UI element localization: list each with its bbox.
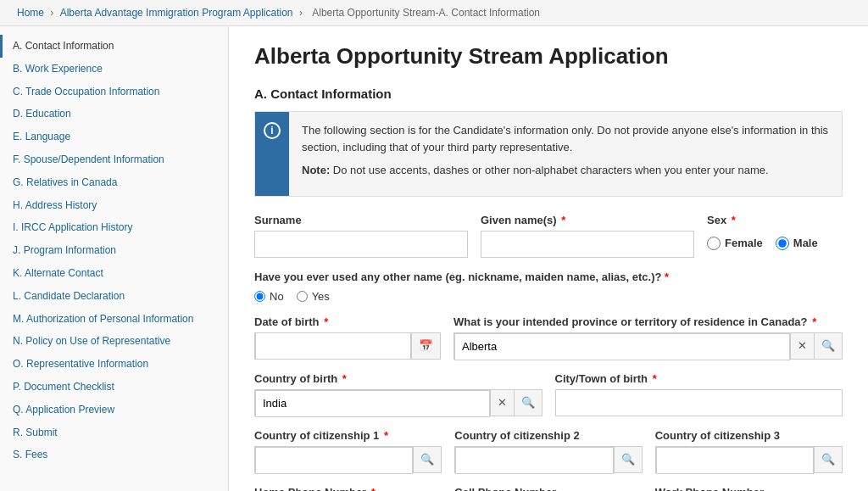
sidebar-item-s[interactable]: S. Fees xyxy=(0,444,228,466)
sex-options: Female Male xyxy=(707,235,843,254)
other-name-no-label: No xyxy=(270,290,284,303)
info-note-label: Note: xyxy=(302,164,330,176)
sidebar-item-c[interactable]: C. Trade Occupation Information xyxy=(0,81,228,103)
city-birth-label: City/Town of birth * xyxy=(555,372,843,385)
sex-female-radio[interactable] xyxy=(707,237,721,250)
sidebar-item-k[interactable]: K. Alternate Contact xyxy=(0,262,228,285)
main-content: Alberta Opportunity Stream Application A… xyxy=(229,26,868,491)
citizenship-row: Country of citizenship 1 * 🔍 Country of … xyxy=(254,429,843,473)
citizenship3-input[interactable] xyxy=(656,447,814,474)
citizenship1-input-wrapper: 🔍 xyxy=(254,446,442,473)
citizenship1-search-button[interactable]: 🔍 xyxy=(413,447,441,472)
work-phone-label: Work Phone Number xyxy=(655,486,843,492)
sidebar-item-r[interactable]: R. Submit xyxy=(0,421,228,444)
sidebar-item-l[interactable]: L. Candidate Declaration xyxy=(0,285,228,308)
given-names-input[interactable] xyxy=(481,231,694,258)
sex-male-option[interactable]: Male xyxy=(776,237,818,250)
name-sex-row: Surname Given name(s) * Sex * Female xyxy=(254,214,843,258)
sex-male-radio[interactable] xyxy=(776,237,789,250)
info-box: i The following section is for the Candi… xyxy=(254,111,843,197)
other-name-yes-radio[interactable] xyxy=(297,291,308,302)
phone-row: Home Phone Number * Cell Phone Number Wo… xyxy=(254,486,843,492)
province-label: What is your intended province or territ… xyxy=(453,315,843,328)
sidebar-item-e[interactable]: E. Language xyxy=(0,126,228,148)
country-birth-search-button[interactable]: 🔍 xyxy=(514,390,542,416)
dob-group: Date of birth * 📅 xyxy=(254,315,441,360)
sidebar-item-g[interactable]: G. Relatives in Canada xyxy=(0,171,228,194)
cell-phone-label: Cell Phone Number xyxy=(454,486,642,492)
other-name-question: Have you ever used any other name (eg. n… xyxy=(254,271,843,283)
surname-input[interactable] xyxy=(254,231,468,258)
cell-phone-group: Cell Phone Number xyxy=(454,486,642,492)
sex-group: Sex * Female Male xyxy=(707,214,843,254)
info-note: Note: Do not use accents, dashes or othe… xyxy=(302,162,829,179)
given-names-group: Given name(s) * xyxy=(481,214,694,258)
citizenship3-label: Country of citizenship 3 xyxy=(655,429,843,442)
given-names-label: Given name(s) * xyxy=(481,214,694,226)
province-input-wrapper: ✕ 🔍 xyxy=(453,332,843,360)
citizenship3-group: Country of citizenship 3 🔍 xyxy=(655,429,843,473)
sidebar-item-q[interactable]: Q. Application Preview xyxy=(0,399,228,421)
sidebar-item-m[interactable]: M. Authorization of Personal Information xyxy=(0,308,228,331)
province-search-button[interactable]: 🔍 xyxy=(814,333,842,359)
section-title: A. Contact Information xyxy=(254,86,843,101)
breadcrumb-level3: Alberta Opportunity Stream-A. Contact In… xyxy=(312,7,540,19)
dob-province-row: Date of birth * 📅 What is your intended … xyxy=(254,315,843,360)
other-name-yes-option[interactable]: Yes xyxy=(297,290,330,303)
province-clear-button[interactable]: ✕ xyxy=(790,333,814,359)
home-phone-group: Home Phone Number * xyxy=(254,486,442,492)
dob-calendar-button[interactable]: 📅 xyxy=(411,333,440,359)
dob-input-wrapper: 📅 xyxy=(254,332,441,360)
sidebar-item-h[interactable]: H. Address History xyxy=(0,194,228,217)
country-birth-clear-button[interactable]: ✕ xyxy=(490,390,514,416)
breadcrumb-home[interactable]: Home xyxy=(17,7,44,19)
sidebar-item-d[interactable]: D. Education xyxy=(0,103,228,126)
citizenship3-search-button[interactable]: 🔍 xyxy=(814,447,842,472)
sidebar-item-o[interactable]: O. Representative Information xyxy=(0,353,228,376)
sidebar-item-f[interactable]: F. Spouse/Dependent Information xyxy=(0,148,228,171)
work-phone-group: Work Phone Number xyxy=(655,486,843,492)
info-box-content: The following section is for the Candida… xyxy=(289,112,842,196)
other-name-no-option[interactable]: No xyxy=(254,290,284,303)
citizenship2-label: Country of citizenship 2 xyxy=(454,429,642,442)
sidebar-item-i[interactable]: I. IRCC Application History xyxy=(0,216,228,239)
country-birth-label: Country of birth * xyxy=(254,372,542,385)
breadcrumb: Home › Alberta Advantage Immigration Pro… xyxy=(0,0,868,26)
citizenship1-input[interactable] xyxy=(255,447,413,474)
country-birth-input[interactable] xyxy=(255,390,490,417)
sidebar-item-n[interactable]: N. Policy on Use of Representative xyxy=(0,330,228,353)
surname-label: Surname xyxy=(254,214,468,226)
sex-female-option[interactable]: Female xyxy=(707,237,763,250)
home-phone-label: Home Phone Number * xyxy=(254,486,442,492)
dob-input[interactable] xyxy=(255,332,411,360)
info-note-text: Do not use accents, dashes or other non-… xyxy=(333,164,769,176)
other-name-row: Have you ever used any other name (eg. n… xyxy=(254,271,843,303)
info-box-sidebar: i xyxy=(255,112,289,196)
breadcrumb-level2[interactable]: Alberta Advantage Immigration Program Ap… xyxy=(60,7,293,19)
city-birth-group: City/Town of birth * xyxy=(555,372,843,416)
sidebar-item-j[interactable]: J. Program Information xyxy=(0,239,228,262)
other-name-no-radio[interactable] xyxy=(254,291,265,302)
citizenship1-group: Country of citizenship 1 * 🔍 xyxy=(254,429,442,473)
citizenship2-input[interactable] xyxy=(455,447,613,474)
birth-row: Country of birth * ✕ 🔍 City/Town of birt… xyxy=(254,372,843,416)
surname-group: Surname xyxy=(254,214,468,258)
sidebar-item-p[interactable]: P. Document Checklist xyxy=(0,376,228,399)
citizenship3-input-wrapper: 🔍 xyxy=(655,446,843,473)
page-title: Alberta Opportunity Stream Application xyxy=(254,43,843,70)
sex-label: Sex * xyxy=(707,214,843,226)
sidebar-item-b[interactable]: B. Work Experience xyxy=(0,58,228,81)
country-birth-group: Country of birth * ✕ 🔍 xyxy=(254,372,542,416)
citizenship2-group: Country of citizenship 2 🔍 xyxy=(454,429,642,473)
sex-female-label: Female xyxy=(725,237,763,249)
other-name-yes-label: Yes xyxy=(312,290,330,303)
other-name-options: No Yes xyxy=(254,290,843,303)
province-input[interactable] xyxy=(454,333,790,360)
sidebar: A. Contact Information B. Work Experienc… xyxy=(0,26,229,491)
province-group: What is your intended province or territ… xyxy=(453,315,843,360)
citizenship2-input-wrapper: 🔍 xyxy=(454,446,642,473)
sidebar-item-a[interactable]: A. Contact Information xyxy=(0,35,228,58)
citizenship2-search-button[interactable]: 🔍 xyxy=(614,447,642,472)
citizenship1-label: Country of citizenship 1 * xyxy=(254,429,442,442)
city-birth-input[interactable] xyxy=(555,389,843,416)
